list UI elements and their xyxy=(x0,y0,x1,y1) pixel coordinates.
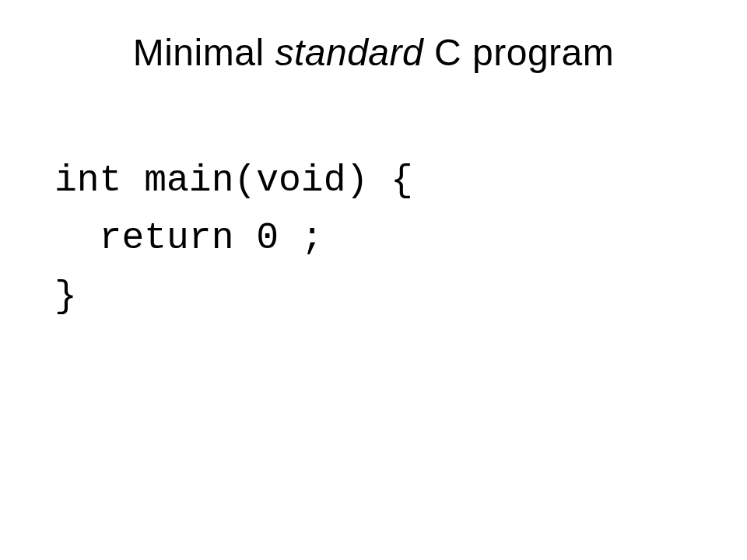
code-line-1: int main(void) { xyxy=(54,152,700,209)
title-italic: standard xyxy=(275,32,423,73)
title-part2: C program xyxy=(423,32,614,73)
slide-container: Minimal standard C program int main(void… xyxy=(0,0,747,560)
code-block: int main(void) { return 0 ;} xyxy=(54,152,700,325)
code-line-2: return 0 ; xyxy=(54,209,700,267)
slide-title: Minimal standard C program xyxy=(47,31,700,74)
title-part1: Minimal xyxy=(133,32,275,73)
code-line-3: } xyxy=(54,268,700,325)
